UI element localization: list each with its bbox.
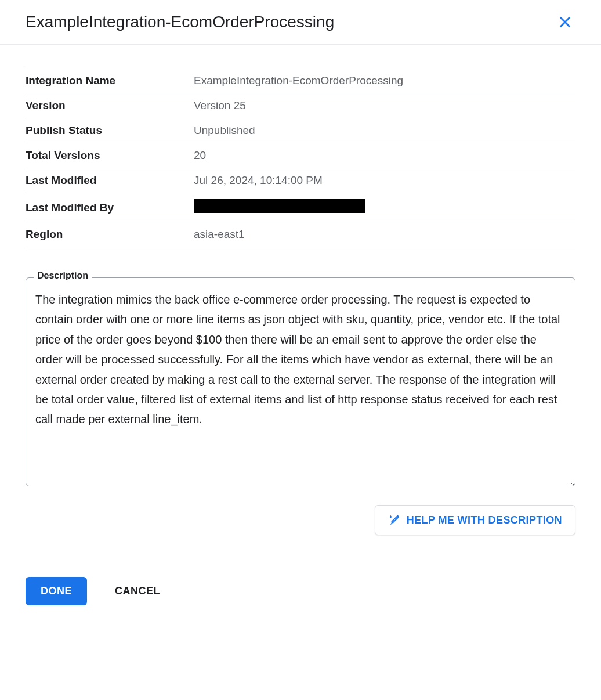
label-last-modified-by: Last Modified By [26,193,194,222]
help-me-with-description-button[interactable]: HELP ME WITH DESCRIPTION [375,505,575,535]
value-region: asia-east1 [194,222,575,247]
description-label: Description [34,270,92,281]
info-table: Integration Name ExampleIntegration-Ecom… [26,68,575,247]
help-button-row: HELP ME WITH DESCRIPTION [26,505,575,535]
value-last-modified-by [194,193,575,222]
value-version: Version 25 [194,93,575,118]
value-publish-status: Unpublished [194,118,575,143]
value-last-modified: Jul 26, 2024, 10:14:00 PM [194,168,575,193]
label-version: Version [26,93,194,118]
label-total-versions: Total Versions [26,143,194,168]
row-version: Version Version 25 [26,93,575,118]
action-row: DONE CANCEL [26,577,575,629]
row-publish-status: Publish Status Unpublished [26,118,575,143]
row-total-versions: Total Versions 20 [26,143,575,168]
close-button[interactable] [555,12,575,33]
magic-pen-icon [388,514,401,526]
label-region: Region [26,222,194,247]
label-integration-name: Integration Name [26,68,194,93]
row-last-modified-by: Last Modified By [26,193,575,222]
description-field: Description [26,277,575,489]
dialog-title: ExampleIntegration-EcomOrderProcessing [26,13,334,31]
close-icon [557,14,573,30]
label-publish-status: Publish Status [26,118,194,143]
label-last-modified: Last Modified [26,168,194,193]
row-integration-name: Integration Name ExampleIntegration-Ecom… [26,68,575,93]
value-integration-name: ExampleIntegration-EcomOrderProcessing [194,68,575,93]
description-textarea[interactable] [26,277,575,486]
row-last-modified: Last Modified Jul 26, 2024, 10:14:00 PM [26,168,575,193]
dialog-header: ExampleIntegration-EcomOrderProcessing [0,0,601,45]
value-total-versions: 20 [194,143,575,168]
dialog-content: Integration Name ExampleIntegration-Ecom… [0,45,601,640]
cancel-button[interactable]: CANCEL [113,577,162,605]
integration-detail-dialog: ExampleIntegration-EcomOrderProcessing I… [0,0,601,640]
done-button[interactable]: DONE [26,577,87,605]
redacted-value [194,199,365,213]
row-region: Region asia-east1 [26,222,575,247]
help-button-label: HELP ME WITH DESCRIPTION [407,514,562,526]
